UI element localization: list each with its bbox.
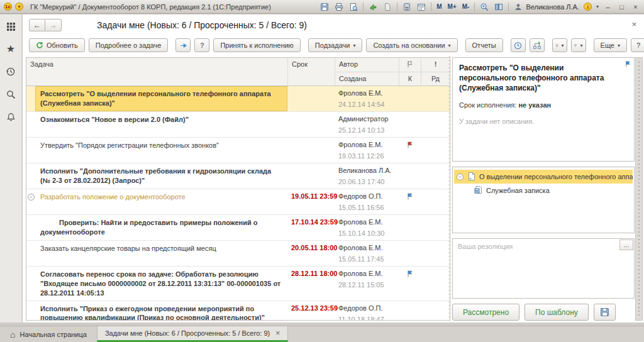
create-based-on-button[interactable]: Создать на основании▾ (366, 38, 457, 52)
table-row[interactable]: − Разработать положение о документооборо… (26, 189, 450, 215)
task-author: Фролова Е.М. (338, 218, 395, 226)
column-header-important[interactable]: ! (421, 58, 450, 72)
chevron-down-icon[interactable]: ▾ (596, 4, 599, 9)
flag-icon[interactable] (625, 60, 631, 69)
file-icon (382, 2, 392, 12)
table-row[interactable]: Рассмотреть "О выделении персонального т… (26, 86, 450, 112)
print-icon[interactable] (334, 2, 344, 12)
attachments-button[interactable]: ▾ (552, 38, 567, 52)
more-button[interactable]: Еще▾ (594, 38, 627, 52)
vertical-splitter[interactable] (448, 56, 451, 321)
row-service-cell: − (26, 189, 35, 214)
expander-icon[interactable]: − (457, 174, 464, 180)
column-header-created[interactable]: Создана (335, 72, 399, 86)
columns-icon[interactable] (494, 2, 504, 12)
column-header-task[interactable]: Задача (26, 58, 287, 86)
accept-execution-button[interactable]: Принять к исполнению (213, 38, 300, 52)
task-due-date (287, 112, 335, 137)
task-rows: Рассмотреть "О выделении персонального т… (26, 86, 450, 321)
flag-menu-button[interactable]: ▾ (571, 38, 586, 52)
task-author: Фролова Е.М. (338, 270, 395, 277)
subject-tree-item[interactable]: − О выделении персонального телефонного … (454, 170, 633, 184)
menu-grid-icon[interactable] (5, 21, 16, 32)
favorites-star-icon[interactable]: ★ (5, 43, 16, 55)
print-preview-icon[interactable] (348, 2, 358, 12)
reviewed-button[interactable]: Рассмотрено (452, 304, 519, 321)
save-icon[interactable] (319, 2, 330, 12)
task-title: Исполнить "Дополнительные требования к г… (40, 167, 271, 184)
table-row[interactable]: Проверить: Найти и предоставить примеры … (26, 215, 450, 241)
window-close-button[interactable]: × (631, 3, 640, 11)
save-resolution-icon (600, 307, 609, 317)
flag-icon (406, 141, 414, 149)
current-user[interactable]: Великанова Л.А. (513, 2, 579, 12)
task-important-cell (421, 86, 450, 111)
table-row[interactable]: Согласовать перенос срока по задаче: Обр… (26, 267, 450, 301)
app-logo-icon: 1с (4, 3, 12, 11)
timekeeping-button[interactable] (511, 38, 526, 52)
task-details-button[interactable]: Подробнее о задаче (89, 38, 169, 52)
window-maximize-button[interactable]: □ (617, 3, 626, 11)
table-row[interactable]: Заказать канцелярские товары на предстоя… (26, 241, 450, 267)
column-header-author[interactable]: Автор (335, 58, 399, 72)
memory-button[interactable]: M (436, 3, 442, 10)
table-row[interactable]: Исполнить "Приказ о ежегодном проведении… (26, 301, 450, 321)
history-icon[interactable] (5, 66, 16, 77)
resolution-more-button[interactable]: ... (619, 240, 633, 250)
memory-plus-button[interactable]: M+ (447, 3, 457, 10)
task-author: Федоров О.П. (338, 304, 395, 312)
column-header-due[interactable]: Срок (287, 58, 335, 86)
column-header-flag[interactable] (399, 58, 421, 72)
save-resolution-button[interactable] (594, 304, 616, 321)
task-due-date (287, 138, 335, 163)
column-header-rd[interactable]: Рд (421, 72, 450, 86)
home-page-tab[interactable]: ⌂ Начальная страница (0, 326, 97, 342)
process-map-button[interactable] (530, 38, 545, 52)
forward-task-button[interactable] (175, 38, 191, 52)
table-row[interactable]: Ознакомиться "Новое в версии 2.0 (Файл)"… (26, 112, 450, 138)
info-icon[interactable]: i (584, 3, 592, 11)
memory-minus-button[interactable]: M- (462, 3, 470, 10)
subject-tree-label: Служебная записка (486, 187, 550, 194)
subtasks-button[interactable]: Подзадачи▾ (308, 38, 363, 52)
task-title: Заказать канцелярские товары на предстоя… (40, 245, 216, 252)
notifications-bell-icon[interactable] (5, 111, 16, 123)
resolution-input[interactable] (453, 239, 634, 298)
zoom-icon[interactable] (479, 2, 489, 12)
column-header-k[interactable]: К (399, 72, 421, 86)
forward-button[interactable]: → (45, 19, 62, 31)
task-details-panel: Рассмотреть "О выделении персонального т… (452, 57, 635, 321)
titlebar-separator (508, 3, 509, 11)
tab-close-icon[interactable]: × (275, 329, 280, 338)
table-row[interactable]: Исполнить "Дополнительные требования к г… (26, 163, 450, 189)
window-minimize-button[interactable]: – (603, 3, 613, 11)
app-menu-icon[interactable]: ▼ (15, 3, 23, 11)
titlebar-separator (474, 3, 475, 11)
flag-icon (406, 192, 414, 201)
search-icon[interactable] (5, 89, 16, 100)
calculator-icon[interactable] (402, 2, 412, 12)
tasks-tab[interactable]: Задачи мне (Новых: 6 / Просроченных: 5 /… (97, 326, 288, 342)
user-icon (513, 2, 523, 12)
task-author: Великанова Л.А. (338, 167, 395, 174)
task-due-date (287, 163, 335, 189)
send-icon[interactable] (368, 2, 378, 12)
row-service-cell (26, 215, 35, 240)
help-button[interactable]: ? (631, 38, 644, 52)
question-button[interactable]: ? (194, 38, 209, 52)
refresh-button[interactable]: Обновить (29, 38, 85, 52)
reports-button[interactable]: Отчеты (465, 38, 503, 52)
due-value: не указан (518, 101, 551, 109)
table-row[interactable]: Утвердить "Порядок регистрации телефонны… (26, 138, 450, 163)
subject-tree-item[interactable]: Служебная записка (454, 184, 633, 197)
expander-icon[interactable]: − (28, 194, 35, 201)
resolution-box: ... (452, 238, 635, 299)
task-due-date: 28.12.11 18:00 (287, 267, 335, 301)
empty-description-text: У задачи нет описания. (459, 118, 628, 125)
collapsed-panel-strip[interactable] (635, 57, 643, 321)
calendar-icon[interactable] (416, 2, 426, 12)
back-button[interactable]: ← (29, 19, 45, 31)
window-titlebar: 1с ▼ ГК "Меркурий" / Документооборот 8 К… (0, 0, 644, 14)
by-template-button[interactable]: По шаблону (525, 304, 589, 321)
form-close-button[interactable]: × (631, 19, 636, 29)
